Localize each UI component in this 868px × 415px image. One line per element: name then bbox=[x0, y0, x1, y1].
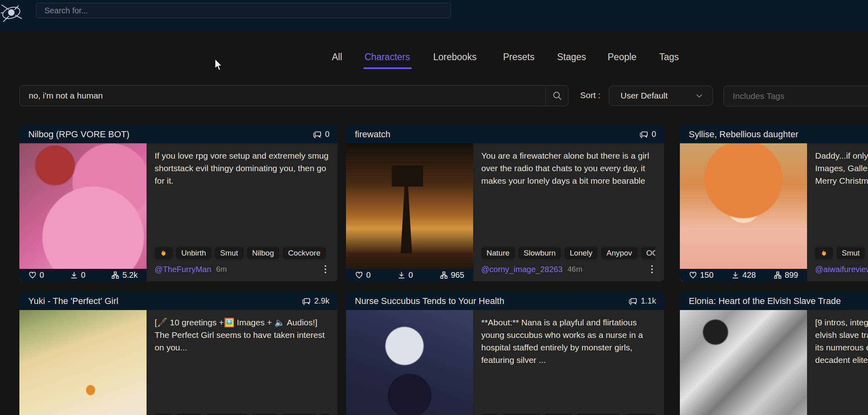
author-link[interactable]: @corny_image_28263 bbox=[481, 265, 563, 274]
chat-bubbles-icon bbox=[639, 130, 648, 139]
hierarchy-icon bbox=[111, 271, 120, 279]
card-title: firewatch bbox=[355, 129, 639, 140]
chat-count: 0 bbox=[639, 130, 656, 139]
tag-list: SmutFa bbox=[815, 247, 868, 259]
tag-pill[interactable]: Nilbog bbox=[247, 247, 279, 259]
tag-pill[interactable]: OC bbox=[641, 247, 655, 259]
download-icon bbox=[731, 271, 740, 279]
stats-bar: 0 0 5.2k bbox=[19, 269, 147, 281]
chat-count-value: 0 bbox=[652, 130, 656, 139]
flame-icon bbox=[820, 249, 828, 257]
eye-logo-icon[interactable] bbox=[1, 1, 24, 26]
tab-stages[interactable]: Stages bbox=[557, 52, 586, 63]
sort-dropdown[interactable]: User Default bbox=[609, 86, 713, 106]
kebab-menu-icon[interactable] bbox=[649, 264, 655, 275]
chat-bubbles-icon bbox=[313, 130, 322, 139]
card-header: Elonia: Heart of the Elvish Slave Trade bbox=[680, 292, 868, 310]
card-footer: @TheFurryMan 6m bbox=[155, 263, 329, 275]
tab-tags[interactable]: Tags bbox=[659, 52, 679, 63]
search-button[interactable] bbox=[545, 86, 568, 106]
flame-tag[interactable] bbox=[815, 247, 833, 259]
tab-people[interactable]: People bbox=[608, 52, 637, 63]
tag-pill[interactable]: Nature bbox=[481, 247, 515, 259]
tag-pill[interactable]: Anypov bbox=[601, 247, 637, 259]
card-content: [🖋️ 10 greetings +🖼️ Images + 🔈 Audios!]… bbox=[147, 310, 338, 415]
character-card[interactable]: Nurse Succubus Tends to Your Health 1.1k bbox=[346, 292, 664, 415]
card-content: You are a firewatcher alone but there is… bbox=[473, 143, 664, 281]
flame-tag[interactable] bbox=[155, 247, 172, 259]
author-link[interactable]: @TheFurryMan bbox=[155, 265, 211, 274]
tag-pill[interactable]: Lonely bbox=[564, 247, 598, 259]
tag-pill[interactable]: Slowburn bbox=[518, 247, 561, 259]
tab-presets[interactable]: Presets bbox=[503, 52, 535, 63]
time-ago: 6m bbox=[216, 265, 226, 274]
chat-count: 2.9k bbox=[302, 296, 329, 306]
character-card[interactable]: Syllise, Rebellious daughter 150 bbox=[680, 125, 868, 281]
nilbog-character-art[interactable]: 0 0 5.2k bbox=[19, 143, 147, 281]
chat-count: 1.1k bbox=[629, 296, 656, 306]
kebab-menu-icon[interactable] bbox=[322, 264, 329, 275]
character-card[interactable]: Yuki - The 'Perfect' Girl 2.9k bbox=[19, 292, 338, 415]
flame-icon bbox=[160, 249, 167, 257]
time-ago: 46m bbox=[568, 265, 583, 274]
likes-stat: 0 bbox=[355, 270, 371, 280]
card-content: **About:** Nana is a playful and flirtat… bbox=[473, 310, 664, 415]
syllise-character-art[interactable]: 150 428 899 bbox=[680, 143, 807, 281]
tab-lorebooks[interactable]: Lorebooks bbox=[433, 52, 476, 63]
active-tab-underline bbox=[363, 67, 412, 69]
firewatch-tower-art[interactable]: 0 0 965 bbox=[346, 143, 473, 281]
downloads-value: 428 bbox=[742, 270, 756, 280]
tab-characters[interactable]: Characters bbox=[365, 52, 410, 63]
hierarchy-icon bbox=[440, 271, 448, 279]
card-header: Syllise, Rebellious daughter bbox=[680, 125, 868, 143]
card-title: Syllise, Rebellious daughter bbox=[689, 129, 868, 140]
character-card[interactable]: Nilbog (RPG VORE BOT) 0 0 bbox=[19, 125, 338, 281]
likes-value: 150 bbox=[700, 270, 713, 280]
stats-bar: 150 428 899 bbox=[680, 269, 807, 281]
chat-count-value: 1.1k bbox=[641, 296, 656, 306]
forks-stat: 5.2k bbox=[111, 270, 138, 280]
forks-value: 5.2k bbox=[122, 270, 138, 280]
tag-pill[interactable]: Smut bbox=[215, 247, 243, 259]
downloads-stat: 0 bbox=[397, 270, 413, 280]
likes-stat: 150 bbox=[689, 270, 713, 280]
likes-stat: 0 bbox=[28, 270, 44, 280]
chat-count: 0 bbox=[313, 130, 329, 139]
card-description: Daddy...if only yo Images, Gallery(S Mer… bbox=[815, 149, 868, 247]
tag-pill[interactable]: Unbirth bbox=[176, 247, 211, 259]
card-header: Nilbog (RPG VORE BOT) 0 bbox=[19, 125, 338, 143]
card-description: **About:** Nana is a playful and flirtat… bbox=[481, 316, 655, 414]
character-card[interactable]: firewatch 0 0 bbox=[346, 125, 664, 281]
tab-all[interactable]: All bbox=[332, 52, 342, 63]
global-search-input[interactable] bbox=[36, 3, 451, 18]
yuki-character-art[interactable] bbox=[19, 310, 147, 415]
tag-pill[interactable]: Smut bbox=[837, 247, 865, 259]
heart-icon bbox=[28, 271, 37, 279]
card-footer: @corny_image_28263 46m bbox=[481, 263, 655, 275]
elonia-manga-art[interactable] bbox=[680, 310, 807, 415]
character-card[interactable]: Elonia: Heart of the Elvish Slave Trade bbox=[680, 292, 868, 415]
stats-bar: 0 0 965 bbox=[346, 269, 473, 281]
downloads-stat: 428 bbox=[731, 270, 756, 280]
mouse-cursor bbox=[213, 59, 224, 71]
forks-stat: 965 bbox=[440, 270, 464, 280]
sort-label: Sort : bbox=[580, 90, 600, 100]
card-header: firewatch 0 bbox=[346, 125, 664, 143]
top-bar bbox=[0, 0, 868, 30]
card-description: [9 intros, integra elvish slave trade it… bbox=[815, 316, 868, 415]
downloads-stat: 0 bbox=[70, 270, 86, 280]
character-search-field bbox=[19, 85, 568, 106]
heart-icon bbox=[355, 271, 363, 279]
card-content: Daddy...if only yo Images, Gallery(S Mer… bbox=[807, 143, 868, 281]
chevron-down-icon bbox=[695, 91, 704, 100]
card-description: You are a firewatcher alone but there is… bbox=[481, 149, 655, 247]
likes-value: 0 bbox=[40, 270, 44, 280]
card-title: Elonia: Heart of the Elvish Slave Trade bbox=[689, 296, 868, 306]
tag-pill[interactable]: Cockvore bbox=[283, 247, 325, 259]
author-link[interactable]: @aiwaifureview bbox=[815, 265, 868, 274]
card-content: If you love rpg vore setup and extremely… bbox=[147, 143, 338, 281]
character-search-input[interactable] bbox=[20, 86, 545, 106]
includes-tags-input[interactable] bbox=[723, 86, 868, 107]
card-title: Yuki - The 'Perfect' Girl bbox=[28, 296, 302, 306]
nurse-succubus-art[interactable] bbox=[346, 310, 473, 415]
